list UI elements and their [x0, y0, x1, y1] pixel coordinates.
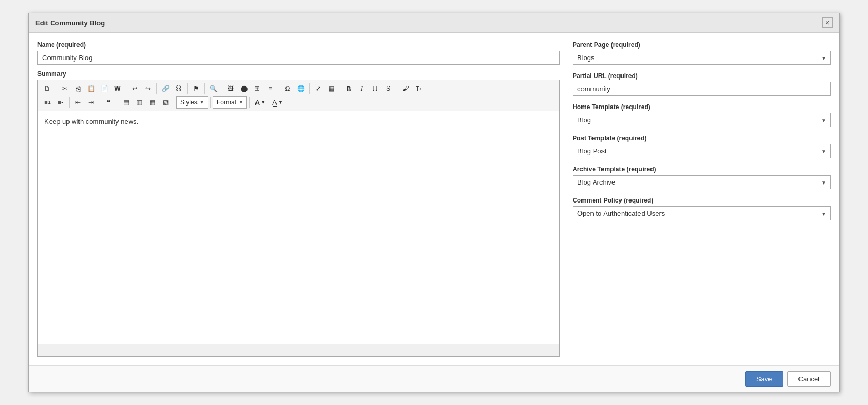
sep16 — [249, 97, 250, 108]
styles-label: Styles — [180, 99, 198, 106]
table-icon[interactable]: ⊞ — [251, 82, 263, 95]
align-left-icon[interactable]: ▤ — [120, 96, 132, 109]
underline-icon[interactable]: U — [369, 82, 381, 95]
paste-icon[interactable]: 📋 — [85, 82, 97, 95]
home-template-select-wrapper: Blog ▼ — [573, 113, 831, 127]
post-template-label: Post Template (required) — [573, 134, 831, 142]
close-button[interactable]: × — [822, 17, 833, 28]
save-button[interactable]: Save — [745, 371, 783, 387]
paste-text-icon[interactable]: 📄 — [98, 82, 111, 95]
sep11 — [69, 97, 70, 108]
partial-url-group: Partial URL (required) — [573, 72, 831, 96]
sep3 — [156, 83, 157, 94]
paste-word-icon[interactable]: W — [111, 82, 124, 95]
cancel-button[interactable]: Cancel — [787, 371, 831, 387]
name-label: Name (required) — [37, 41, 560, 49]
align-icon[interactable]: ≡ — [264, 82, 277, 95]
redo-icon[interactable]: ↪ — [142, 82, 154, 95]
parent-page-group: Parent Page (required) Blogs ▼ — [573, 41, 831, 65]
omega-icon[interactable]: Ω — [281, 82, 294, 95]
format-label: Format — [216, 99, 236, 106]
brush-icon[interactable]: 🖌 — [399, 82, 412, 95]
home-template-group: Home Template (required) Blog ▼ — [573, 103, 831, 127]
sep4 — [187, 83, 188, 94]
link-icon[interactable]: 🔗 — [159, 82, 172, 95]
block-icon[interactable]: ▦ — [325, 82, 338, 95]
sep10 — [397, 83, 397, 94]
name-input[interactable] — [37, 51, 560, 65]
editor-statusbar — [38, 344, 559, 356]
blockquote-icon[interactable]: ❝ — [102, 96, 115, 109]
cut-icon[interactable]: ✂ — [58, 82, 71, 95]
archive-template-select[interactable]: Blog Archive — [573, 175, 831, 189]
ordered-list-icon[interactable]: ≡1 — [41, 96, 54, 109]
sep12 — [100, 97, 100, 108]
toolbar-row-2: ≡1 ≡• ⇤ ⇥ ❝ ▤ ▥ ▦ ▧ — [41, 96, 556, 109]
archive-template-group: Archive Template (required) Blog Archive… — [573, 166, 831, 189]
circle-icon[interactable]: ⬤ — [238, 82, 250, 95]
dialog-body: Name (required) Summary 🗋 ✂ ⎘ 📋 — [29, 33, 839, 365]
find-icon[interactable]: 🔍 — [207, 82, 220, 95]
sep2 — [126, 83, 126, 94]
align-right-icon[interactable]: ▦ — [146, 96, 159, 109]
comment-policy-select-wrapper: Open to Authenticated Users Open to All … — [573, 206, 831, 220]
left-panel: Name (required) Summary 🗋 ✂ ⎘ 📋 — [37, 41, 560, 357]
home-template-select[interactable]: Blog — [573, 113, 831, 127]
sep14 — [174, 97, 174, 108]
new-doc-icon[interactable]: 🗋 — [41, 82, 54, 95]
styles-arrow: ▼ — [200, 100, 204, 105]
indent-icon[interactable]: ⇥ — [85, 96, 97, 109]
image-icon[interactable]: 🖼 — [224, 82, 237, 95]
home-template-label: Home Template (required) — [573, 103, 831, 111]
unordered-list-icon[interactable]: ≡• — [54, 96, 67, 109]
format-arrow: ▼ — [239, 100, 243, 105]
dialog-footer: Save Cancel — [29, 365, 839, 392]
right-panel: Parent Page (required) Blogs ▼ Partial U… — [573, 41, 831, 357]
clear-format-icon[interactable]: Tx — [412, 82, 425, 95]
parent-page-label: Parent Page (required) — [573, 41, 831, 49]
sep5 — [204, 83, 205, 94]
toolbar-row-1: 🗋 ✂ ⎘ 📋 📄 W ↩ ↪ 🔗 ⛓ — [41, 82, 556, 95]
comment-policy-label: Comment Policy (required) — [573, 197, 831, 204]
sep15 — [210, 97, 211, 108]
dialog-titlebar: Edit Community Blog × — [29, 13, 839, 33]
background-color-icon[interactable]: A̲ ▼ — [269, 96, 286, 109]
bold-icon[interactable]: B — [342, 82, 355, 95]
italic-icon[interactable]: I — [356, 82, 368, 95]
parent-page-select[interactable]: Blogs — [573, 51, 831, 65]
undo-icon[interactable]: ↩ — [129, 82, 141, 95]
editor-toolbar: 🗋 ✂ ⎘ 📋 📄 W ↩ ↪ 🔗 ⛓ — [38, 80, 559, 111]
align-center-icon[interactable]: ▥ — [133, 96, 145, 109]
archive-template-select-wrapper: Blog Archive ▼ — [573, 175, 831, 189]
summary-label: Summary — [37, 70, 560, 78]
partial-url-input[interactable] — [573, 82, 831, 96]
globe-icon[interactable]: 🌐 — [294, 82, 307, 95]
editor-text: Keep up with community news. — [44, 118, 139, 126]
justify-icon[interactable]: ▧ — [159, 96, 172, 109]
post-template-select[interactable]: Blog Post — [573, 144, 831, 158]
editor-content[interactable]: Keep up with community news. — [38, 111, 559, 344]
unlink-icon[interactable]: ⛓ — [172, 82, 185, 95]
post-template-select-wrapper: Blog Post ▼ — [573, 144, 831, 158]
sep8 — [309, 83, 310, 94]
outdent-icon[interactable]: ⇤ — [72, 96, 84, 109]
format-dropdown[interactable]: Format ▼ — [213, 96, 247, 109]
sep7 — [279, 83, 279, 94]
edit-community-blog-dialog: Edit Community Blog × Name (required) Su… — [28, 13, 840, 392]
sep6 — [222, 83, 222, 94]
name-field-group: Name (required) — [37, 41, 560, 65]
sep13 — [117, 97, 117, 108]
comment-policy-select[interactable]: Open to Authenticated Users Open to All … — [573, 206, 831, 220]
styles-dropdown[interactable]: Styles ▼ — [176, 96, 208, 109]
copy-icon[interactable]: ⎘ — [72, 82, 84, 95]
dialog-title: Edit Community Blog — [35, 19, 105, 27]
flag-icon[interactable]: ⚑ — [190, 82, 202, 95]
summary-field-group: Summary 🗋 ✂ ⎘ 📋 📄 W ↩ — [37, 70, 560, 357]
expand-icon[interactable]: ⤢ — [312, 82, 324, 95]
partial-url-label: Partial URL (required) — [573, 72, 831, 80]
archive-template-label: Archive Template (required) — [573, 166, 831, 173]
editor-area: 🗋 ✂ ⎘ 📋 📄 W ↩ ↪ 🔗 ⛓ — [37, 80, 560, 357]
sep1 — [56, 83, 56, 94]
strikethrough-icon[interactable]: S — [382, 82, 394, 95]
font-color-icon[interactable]: A ▼ — [252, 96, 269, 109]
